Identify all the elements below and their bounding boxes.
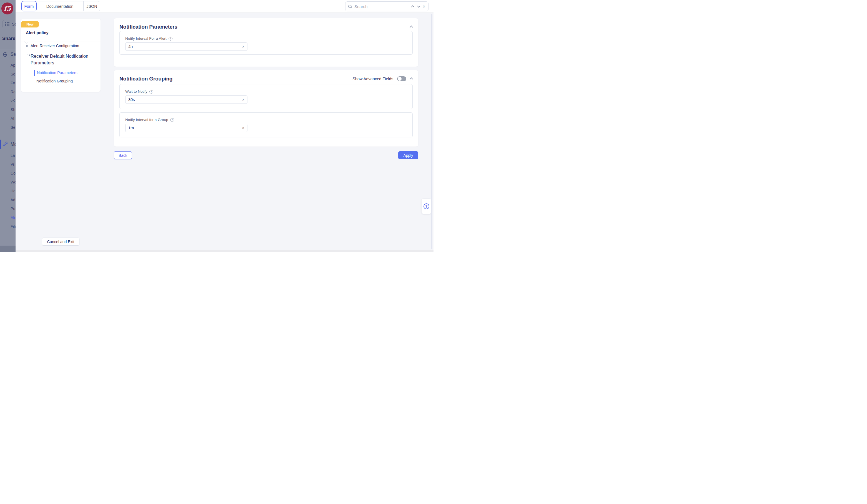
sidebar-item[interactable]: La: [0, 151, 15, 160]
sidebar-section-security[interactable]: Se: [0, 52, 15, 57]
close-icon[interactable]: ×: [423, 4, 426, 9]
apply-button[interactable]: Apply: [398, 151, 418, 159]
sidebar-item[interactable]: Sh: [0, 105, 15, 114]
toggle-knob: [398, 77, 402, 81]
sidebar-item[interactable]: Ap: [0, 61, 15, 70]
field-group: Wait to Notify ? ×: [119, 84, 413, 109]
section-notification-parameters: Notification Parameters Notify Interval …: [114, 18, 418, 67]
sidebar-item[interactable]: Co: [0, 169, 15, 178]
grid-icon: [5, 22, 9, 26]
sidebar-section-label: Ma: [11, 142, 15, 147]
wait-to-notify-input[interactable]: [128, 97, 242, 102]
notify-interval-group-input-wrap: ×: [125, 124, 247, 132]
workspace-heading: Share: [2, 36, 15, 41]
vertical-scrollbar[interactable]: [431, 14, 432, 249]
tab-form[interactable]: Form: [21, 1, 37, 11]
wrench-icon: [3, 141, 8, 147]
tab-documentation[interactable]: Documentation: [36, 1, 84, 11]
sidebar-item[interactable]: vK: [0, 96, 15, 105]
section-title: Notification Parameters: [119, 24, 178, 30]
chevron-up-icon[interactable]: [411, 5, 414, 8]
select-service-button[interactable]: Se: [2, 20, 15, 28]
sidebar-item[interactable]: AI: [0, 114, 15, 123]
horizontal-scrollbar[interactable]: [15, 250, 434, 252]
status-badge: New: [21, 21, 39, 28]
show-advanced-fields-toggle[interactable]: [397, 76, 406, 81]
sidebar-item[interactable]: Wo: [0, 178, 15, 186]
tree-divider: [21, 42, 100, 42]
sidebar-item[interactable]: Vi: [0, 160, 15, 169]
page-title: Alert policy: [26, 30, 49, 35]
section-notification-grouping: Notification Grouping Show Advanced Fiel…: [114, 70, 418, 146]
sidebar-item[interactable]: File: [0, 222, 15, 231]
help-icon[interactable]: ?: [170, 118, 174, 122]
clear-icon[interactable]: ×: [242, 98, 244, 101]
nav-item-alert-receiver-configuration[interactable]: Alert Receiver Configuration: [31, 44, 79, 48]
wait-to-notify-input-wrap: ×: [125, 96, 247, 104]
tree-notch: [24, 40, 28, 44]
sidebar-item[interactable]: Ra: [0, 87, 15, 96]
sidebar-item[interactable]: Se: [0, 123, 15, 132]
tree-bullet-icon: [26, 45, 28, 47]
field-label: Wait to Notify: [125, 89, 148, 94]
page: f5 Se Share Se Ap Se Fo Ra vK Sh AI Se: [0, 0, 434, 252]
search-input[interactable]: [354, 4, 405, 9]
back-button[interactable]: Back: [114, 151, 132, 159]
f5-logo-icon: f5: [1, 2, 13, 14]
sidebar-section-manage[interactable]: Ma: [0, 142, 15, 147]
sidebar-manage-items: La Vi Co Wo He Ad Pu Ale File: [0, 151, 15, 231]
help-icon[interactable]: ?: [169, 37, 172, 41]
form-area: Notification Parameters Notify Interval …: [114, 18, 418, 146]
sidebar-section-label: Se: [11, 52, 15, 57]
field-group: Notify Interval for a Group ? ×: [119, 112, 413, 138]
sidebar-footer: [0, 245, 15, 252]
advanced-toggle-label: Show Advanced Fields: [352, 77, 393, 81]
help-icon[interactable]: ?: [149, 90, 153, 94]
section-title: Notification Grouping: [119, 76, 172, 82]
tab-json[interactable]: JSON: [84, 1, 100, 11]
notify-interval-group-input[interactable]: [128, 126, 242, 130]
sidebar-item-alerts[interactable]: Ale: [0, 213, 15, 222]
collapse-chevron-icon[interactable]: [410, 77, 413, 81]
sidebar-security-items: Ap Se Fo Ra vK Sh AI Se: [0, 61, 15, 132]
sidebar-item[interactable]: Ad: [0, 195, 15, 204]
field-label: Notify Interval For a Alert: [125, 36, 167, 41]
search-icon: [348, 5, 352, 8]
help-circle-icon: ?: [424, 204, 429, 209]
topbar: Form Documentation JSON ×: [15, 0, 434, 13]
nav-item-receiver-default-notification-parameters[interactable]: Receiver Default Notification Parameters: [31, 53, 96, 66]
field-group: Notify Interval For a Alert ? ×: [119, 31, 413, 55]
search-divider: [408, 3, 408, 9]
wizard-nav-panel: New Alert policy Alert Receiver Configur…: [21, 19, 100, 92]
cancel-and-exit-button[interactable]: Cancel and Exit: [42, 238, 79, 245]
nav-item-notification-parameters[interactable]: Notification Parameters: [37, 70, 77, 75]
form-actions: Back Apply: [114, 151, 418, 159]
sidebar-item[interactable]: Se: [0, 70, 15, 78]
sidebar-item[interactable]: He: [0, 186, 15, 195]
notify-interval-alert-input[interactable]: [128, 44, 242, 49]
search-box: ×: [345, 1, 428, 11]
sidebar-item[interactable]: Fo: [0, 78, 15, 87]
nav-item-notification-grouping[interactable]: Notification Grouping: [36, 79, 73, 83]
main-content: New Alert policy Alert Receiver Configur…: [15, 13, 434, 252]
shield-icon: [3, 52, 8, 58]
view-tabs: Form Documentation JSON: [21, 1, 100, 11]
chevron-down-icon[interactable]: [417, 4, 420, 8]
sidebar: f5 Se Share Se Ap Se Fo Ra vK Sh AI Se: [0, 0, 15, 252]
help-button[interactable]: ?: [421, 199, 431, 214]
notify-interval-alert-input-wrap: ×: [125, 43, 247, 51]
sidebar-divider: [0, 49, 15, 50]
active-item-bar: [34, 70, 35, 76]
sidebar-item[interactable]: Pu: [0, 204, 15, 213]
select-service-label: Se: [12, 22, 15, 26]
field-label: Notify Interval for a Group: [125, 118, 168, 122]
clear-icon[interactable]: ×: [242, 126, 244, 130]
collapse-chevron-icon[interactable]: [410, 25, 413, 29]
clear-icon[interactable]: ×: [242, 45, 244, 48]
